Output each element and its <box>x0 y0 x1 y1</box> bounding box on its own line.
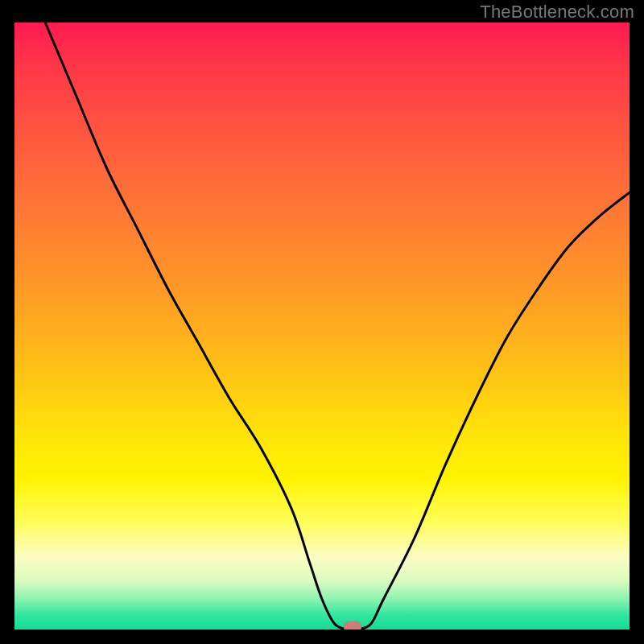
bottleneck-curve <box>14 23 630 630</box>
plot-area <box>14 23 630 630</box>
watermark-text: TheBottleneck.com <box>480 2 634 23</box>
optimal-point-marker <box>344 621 361 630</box>
chart-frame: TheBottleneck.com <box>0 0 644 644</box>
